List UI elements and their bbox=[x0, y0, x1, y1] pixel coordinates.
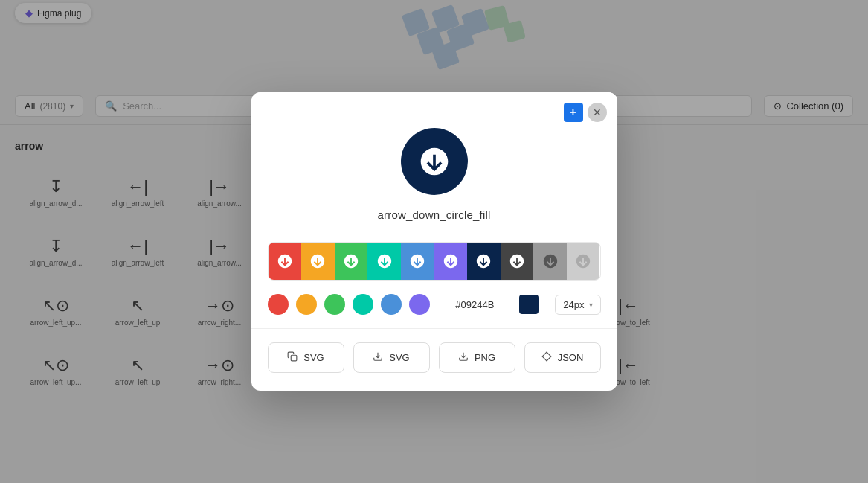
color-swatch-purple[interactable] bbox=[434, 243, 467, 280]
color-swatch-light-gray[interactable] bbox=[567, 243, 600, 280]
modal-overlay[interactable]: ✕ + arrow_down_circle_fill bbox=[0, 0, 868, 483]
copy-svg-button[interactable]: SVG bbox=[268, 342, 344, 373]
color-dot-blue[interactable] bbox=[381, 294, 402, 315]
copy-svg-label: SVG bbox=[303, 352, 324, 363]
modal-colors-area: 24px ▾ bbox=[251, 242, 617, 328]
svg-rect-8 bbox=[292, 355, 298, 361]
arrow-down-circle-fill-icon bbox=[418, 145, 451, 178]
color-swatches-row bbox=[268, 242, 601, 281]
plus-icon: + bbox=[570, 106, 576, 119]
size-value: 24px bbox=[563, 299, 584, 310]
modal-divider bbox=[251, 328, 617, 329]
download-json-label: JSON bbox=[558, 352, 584, 363]
hex-input-area bbox=[455, 295, 539, 314]
modal-icon-area: arrow_down_circle_fill bbox=[251, 92, 617, 242]
modal-icon-name: arrow_down_circle_fill bbox=[378, 208, 491, 221]
close-icon: ✕ bbox=[593, 106, 602, 118]
color-dot-purple[interactable] bbox=[409, 294, 430, 315]
color-options-row: 24px ▾ bbox=[268, 294, 601, 315]
download-svg-icon bbox=[373, 351, 383, 364]
size-dropdown[interactable]: 24px ▾ bbox=[555, 295, 600, 315]
color-dot-red[interactable] bbox=[268, 294, 289, 315]
modal-icon-circle bbox=[401, 128, 468, 195]
download-png-button[interactable]: PNG bbox=[439, 342, 515, 373]
color-dot-green[interactable] bbox=[324, 294, 345, 315]
modal-close-button[interactable]: ✕ bbox=[588, 103, 607, 122]
download-json-button[interactable]: JSON bbox=[524, 342, 601, 373]
diamond-icon bbox=[541, 351, 552, 364]
modal-actions: SVG SVG bbox=[251, 342, 617, 391]
color-swatch-green[interactable] bbox=[335, 243, 368, 280]
color-swatch-orange[interactable] bbox=[301, 243, 335, 280]
download-png-label: PNG bbox=[475, 352, 495, 363]
color-swatch-dark-gray[interactable] bbox=[501, 243, 534, 280]
download-svg-label: SVG bbox=[389, 352, 409, 363]
chevron-down-icon: ▾ bbox=[589, 301, 593, 309]
download-png-icon bbox=[458, 351, 469, 364]
svg-marker-11 bbox=[542, 352, 551, 361]
icon-detail-modal: ✕ + arrow_down_circle_fill bbox=[251, 92, 617, 391]
color-swatch-blue[interactable] bbox=[401, 243, 434, 280]
color-swatch-red[interactable] bbox=[269, 243, 302, 280]
download-svg-button[interactable]: SVG bbox=[353, 342, 430, 373]
color-swatch-teal[interactable] bbox=[367, 243, 401, 280]
hex-input[interactable] bbox=[455, 299, 515, 310]
color-swatch-navy[interactable] bbox=[467, 243, 501, 280]
color-dot-orange[interactable] bbox=[296, 294, 317, 315]
copy-icon bbox=[287, 351, 298, 364]
modal-add-button[interactable]: + bbox=[564, 103, 583, 122]
hex-color-swatch[interactable] bbox=[519, 295, 539, 314]
color-swatch-medium-gray[interactable] bbox=[533, 243, 567, 280]
color-dot-teal[interactable] bbox=[353, 294, 373, 315]
